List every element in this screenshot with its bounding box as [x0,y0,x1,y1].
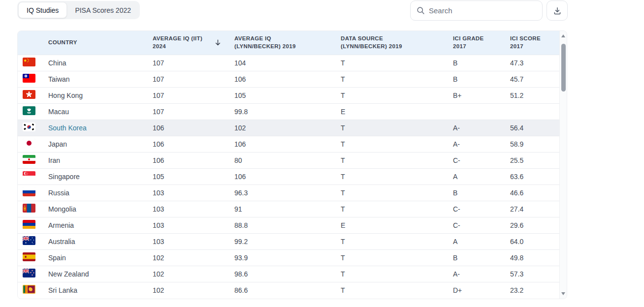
ici-grade-cell: A [453,233,510,249]
flag-icon-es [23,252,35,261]
flag-cell [18,168,48,184]
flag-cell [18,103,48,120]
iq-iit-2024-cell: 107 [153,55,234,71]
country-cell[interactable]: Sri Lanka [48,282,153,298]
table-row[interactable]: Australia10399.2TA64.0 [18,233,560,249]
header-ici-score-2017[interactable]: ICI SCORE 2017 [510,31,560,55]
country-cell[interactable]: South Korea [48,120,153,136]
iq-lynn-2019-cell: 106 [234,136,341,152]
header-data-source[interactable]: DATA SOURCE (LYNN/BECKER) 2019 [341,31,453,55]
header-average-iq-iit-2024[interactable]: AVERAGE IQ (IIT) 2024 [153,31,234,55]
data-source-cell: E [341,103,453,120]
table-row[interactable]: Hong Kong107105TB+51.2 [18,87,560,103]
ici-score-cell: 56.4 [510,120,560,136]
flag-cell [18,233,48,249]
iq-lynn-2019-cell: 99.2 [234,233,341,249]
country-cell[interactable]: Japan [48,136,153,152]
scrollbar-up-arrow-icon[interactable] [561,34,565,37]
iq-iit-2024-cell: 102 [153,249,234,266]
country-cell[interactable]: Iran [48,152,153,168]
country-cell[interactable]: Spain [48,249,153,266]
country-cell[interactable]: Hong Kong [48,87,153,103]
ici-score-cell: 58.9 [510,136,560,152]
tab-pisa-scores-2022[interactable]: PISA Scores 2022 [67,2,139,18]
flag-cell [18,120,48,136]
country-cell[interactable]: Macau [48,103,153,120]
download-icon [553,6,562,15]
table-row[interactable]: Sri Lanka10286.6TD+23.2 [18,282,560,298]
iq-lynn-2019-cell: 96.3 [234,184,341,201]
country-cell[interactable]: Mongolia [48,201,153,217]
ici-score-cell: 51.2 [510,87,560,103]
table-scrollbar[interactable] [559,31,567,299]
ici-score-cell: 49.8 [510,249,560,266]
iq-iit-2024-cell: 103 [153,184,234,201]
scrollbar-down-arrow-icon[interactable] [561,292,565,295]
country-cell[interactable]: Russia [48,184,153,201]
data-source-cell: E [341,217,453,233]
table-header: COUNTRY AVERAGE IQ (IIT) 2024 AVERAGE IQ… [18,31,560,55]
scrollbar-thumb[interactable] [561,44,566,92]
flag-icon-mo [23,106,35,115]
data-source-cell: T [341,233,453,249]
iq-lynn-2019-cell: 102 [234,120,341,136]
flag-icon-am [23,220,35,229]
iq-lynn-2019-cell: 86.6 [234,282,341,298]
iq-lynn-2019-cell: 99.8 [234,103,341,120]
search-input[interactable] [429,6,536,15]
table-row[interactable]: Singapore105106TA63.6 [18,168,560,184]
ici-score-cell: 23.2 [510,282,560,298]
iq-iit-2024-cell: 102 [153,266,234,282]
flag-icon-jp [23,139,35,148]
data-source-cell: T [341,55,453,71]
tab-bar: IQ Studies PISA Scores 2022 [17,1,140,19]
header-average-iq-lynn-becker-2019[interactable]: AVERAGE IQ (LYNN/BECKER) 2019 [234,31,341,55]
flag-cell [18,282,48,298]
flag-cell [18,55,48,71]
iq-lynn-2019-cell: 93.9 [234,249,341,266]
table-row[interactable]: South Korea106102TA-56.4 [18,120,560,136]
tab-iq-studies[interactable]: IQ Studies [18,2,67,18]
page: IQ Studies PISA Scores 2022 COUNTRY [0,0,644,307]
ici-grade-cell [453,103,510,120]
country-cell[interactable]: New Zealand [48,266,153,282]
table-row[interactable]: Taiwan107106TB45.7 [18,71,560,87]
flag-icon-lk [23,285,35,294]
flag-cell [18,217,48,233]
data-source-cell: T [341,87,453,103]
iq-lynn-2019-cell: 98.6 [234,266,341,282]
table-row[interactable]: Japan106106TA-58.9 [18,136,560,152]
iq-lynn-2019-cell: 106 [234,168,341,184]
table-row[interactable]: Armenia10388.8EC-29.6 [18,217,560,233]
flag-icon-hk [23,90,35,99]
table-row[interactable]: Macau10799.8E [18,103,560,120]
table-row[interactable]: Spain10293.9TB49.8 [18,249,560,266]
country-cell[interactable]: Australia [48,233,153,249]
sort-desc-icon[interactable] [215,39,221,46]
header-ici-grade-2017[interactable]: ICI GRADE 2017 [453,31,510,55]
flag-cell [18,201,48,217]
data-source-cell: T [341,120,453,136]
iq-lynn-2019-cell: 91 [234,201,341,217]
country-cell[interactable]: China [48,55,153,71]
data-source-cell: T [341,266,453,282]
country-cell[interactable]: Taiwan [48,71,153,87]
table-row[interactable]: Mongolia10391TC-27.4 [18,201,560,217]
table-row[interactable]: Russia10396.3TB46.6 [18,184,560,201]
header-country[interactable]: COUNTRY [48,31,153,55]
ici-score-cell: 46.6 [510,184,560,201]
data-source-cell: T [341,168,453,184]
country-cell[interactable]: Armenia [48,217,153,233]
flag-cell [18,136,48,152]
table-row[interactable]: Iran10680TC-25.5 [18,152,560,168]
table-row[interactable]: China107104TB47.3 [18,55,560,71]
iq-lynn-2019-cell: 80 [234,152,341,168]
ici-score-cell [510,103,560,120]
flag-icon-au [23,236,35,245]
table-row[interactable]: New Zealand10298.6TA-57.3 [18,266,560,282]
download-button[interactable] [547,0,568,21]
country-cell[interactable]: Singapore [48,168,153,184]
ici-grade-cell: C- [453,217,510,233]
iq-lynn-2019-cell: 88.8 [234,217,341,233]
search-box[interactable] [410,0,543,21]
